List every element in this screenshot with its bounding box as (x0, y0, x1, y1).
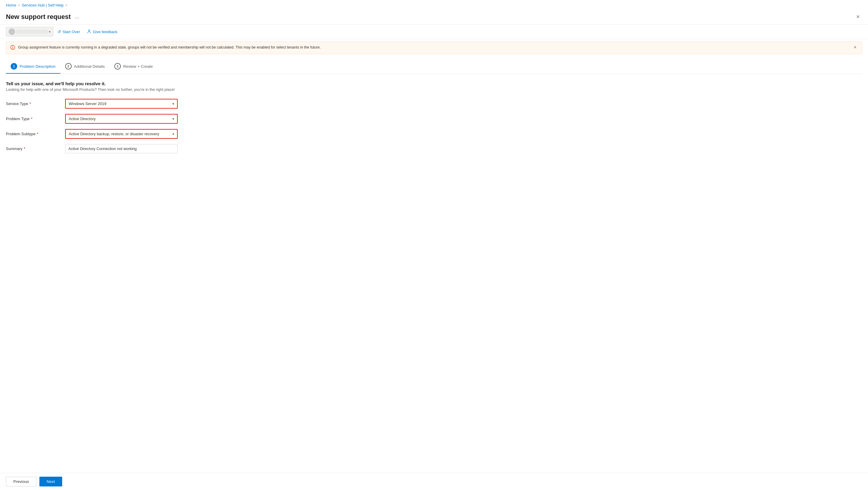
problem-subtype-row: Problem Subtype * Active Directory backu… (6, 129, 862, 139)
summary-input[interactable] (65, 144, 178, 153)
step-3-label: Review + Create (123, 64, 153, 69)
close-button[interactable]: × (854, 12, 862, 21)
problem-type-select[interactable]: Active Directory ▾ (65, 114, 178, 124)
more-options-button[interactable]: ... (73, 13, 81, 21)
summary-wrapper (65, 144, 178, 153)
problem-type-required: * (30, 117, 33, 121)
problem-subtype-wrapper: Active Directory backup, restore, or dis… (65, 129, 178, 139)
problem-type-wrapper: Active Directory ▾ (65, 114, 178, 124)
service-type-value: Windows Server 2019 (69, 101, 106, 106)
panel-header: New support request ... × (0, 10, 868, 25)
next-button[interactable]: Next (39, 477, 62, 486)
summary-row: Summary * (6, 144, 862, 153)
service-type-select[interactable]: Windows Server 2019 ▾ (65, 99, 178, 108)
panel-title-row: New support request ... (6, 13, 81, 21)
refresh-icon: ↺ (58, 29, 61, 34)
alert-banner: Group assignment feature is currently ru… (6, 41, 862, 54)
form-heading: Tell us your issue, and we'll help you r… (6, 81, 862, 86)
feedback-icon (87, 29, 91, 34)
step-2-number: 2 (65, 63, 72, 69)
problem-subtype-required: * (36, 132, 38, 136)
step-review-create[interactable]: 3 Review + Create (110, 60, 158, 74)
alert-info-icon (10, 45, 15, 51)
start-over-label: Start Over (62, 30, 80, 34)
breadcrumb-services-hub[interactable]: Services Hub | Self Help (22, 3, 64, 7)
summary-required: * (23, 146, 26, 151)
breadcrumb-sep-2: > (65, 3, 67, 7)
step-2-label: Additional Details (74, 64, 105, 69)
alert-message: Group assignment feature is currently ru… (18, 45, 850, 50)
start-over-button[interactable]: ↺ Start Over (55, 28, 83, 35)
problem-subtype-chevron-icon: ▾ (173, 132, 174, 136)
give-feedback-button[interactable]: Give feedback (84, 28, 120, 36)
problem-subtype-label: Problem Subtype * (6, 132, 65, 136)
form-subheading: Looking for help with one of your Micros… (6, 87, 862, 92)
problem-subtype-value: Active Directory backup, restore, or dis… (69, 132, 159, 136)
service-type-required: * (28, 101, 31, 106)
summary-label: Summary * (6, 146, 65, 151)
step-problem-description[interactable]: 1 Problem Description (6, 60, 60, 74)
step-1-number: 1 (11, 63, 17, 69)
give-feedback-label: Give feedback (93, 30, 117, 34)
bottom-navigation: Previous Next (0, 473, 868, 490)
svg-point-2 (12, 46, 13, 47)
user-selector-chevron-icon: ▾ (49, 30, 51, 34)
problem-type-label: Problem Type * (6, 117, 65, 121)
main-content: Tell us your issue, and we'll help you r… (0, 74, 868, 165)
toolbar: ▾ ↺ Start Over Give feedback (0, 25, 868, 39)
step-1-label: Problem Description (20, 64, 56, 69)
service-type-chevron-icon: ▾ (173, 102, 174, 106)
steps-navigation: 1 Problem Description 2 Additional Detai… (0, 57, 868, 74)
problem-type-value: Active Directory (69, 117, 96, 121)
breadcrumb-sep-1: > (18, 3, 20, 7)
breadcrumb: Home > Services Hub | Self Help > (0, 0, 868, 10)
service-type-row: Service Type * Windows Server 2019 ▾ (6, 99, 862, 108)
service-type-wrapper: Windows Server 2019 ▾ (65, 99, 178, 108)
page-title: New support request (6, 13, 71, 21)
previous-button[interactable]: Previous (6, 477, 36, 486)
problem-type-chevron-icon: ▾ (173, 117, 174, 121)
user-avatar-icon (8, 28, 15, 35)
svg-point-0 (89, 30, 90, 31)
alert-close-button[interactable]: × (852, 45, 858, 50)
user-selector[interactable]: ▾ (6, 27, 53, 36)
step-additional-details[interactable]: 2 Additional Details (60, 60, 110, 74)
user-name-placeholder (16, 30, 48, 34)
breadcrumb-home[interactable]: Home (6, 3, 16, 7)
service-type-label: Service Type * (6, 101, 65, 106)
step-3-number: 3 (114, 63, 121, 69)
problem-type-row: Problem Type * Active Directory ▾ (6, 114, 862, 124)
problem-subtype-select[interactable]: Active Directory backup, restore, or dis… (65, 129, 178, 139)
